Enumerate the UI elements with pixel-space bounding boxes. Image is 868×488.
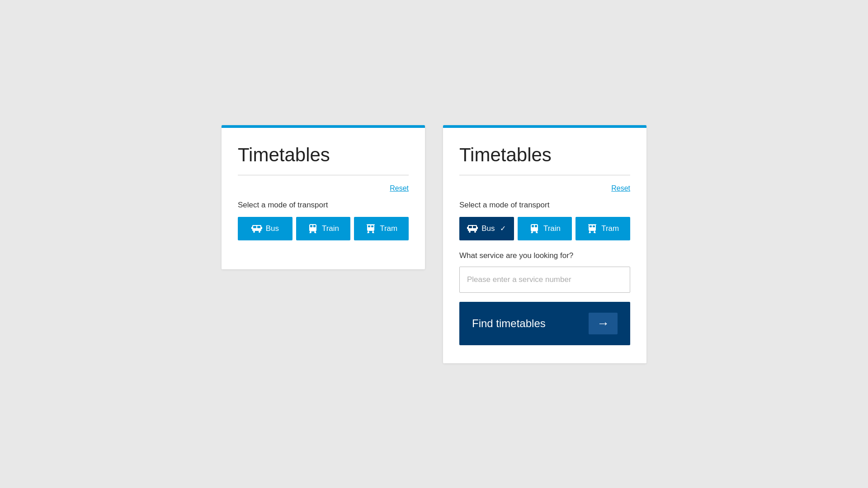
- checkmark-icon: ✓: [500, 224, 506, 233]
- bus-label: Bus: [266, 224, 279, 233]
- svg-rect-18: [368, 225, 370, 227]
- train-button-2[interactable]: Train: [518, 217, 572, 240]
- transport-buttons-2: Bus ✓: [459, 217, 630, 240]
- tram-button-2[interactable]: Tram: [576, 217, 630, 240]
- tram-icon-2: [587, 223, 598, 234]
- svg-rect-11: [313, 225, 316, 227]
- svg-rect-29: [468, 230, 477, 231]
- reset-button-2[interactable]: Reset: [611, 184, 630, 192]
- page-wrapper: Timetables Reset Select a mode of transp…: [194, 98, 674, 390]
- svg-point-31: [474, 231, 476, 233]
- train-label-2: Train: [543, 224, 561, 233]
- tram-label: Tram: [380, 224, 397, 233]
- svg-rect-35: [532, 225, 534, 227]
- svg-rect-4: [252, 230, 261, 231]
- reset-button[interactable]: Reset: [390, 184, 409, 192]
- service-question-label: What service are you looking for?: [459, 251, 630, 260]
- svg-rect-12: [309, 229, 316, 230]
- svg-rect-19: [371, 225, 373, 227]
- bus-icon-2: [467, 223, 478, 234]
- card-title-2: Timetables: [459, 144, 630, 166]
- svg-rect-3: [257, 226, 260, 228]
- reset-row-2: Reset: [459, 184, 630, 192]
- svg-rect-7: [251, 227, 253, 229]
- tram-label-2: Tram: [601, 224, 619, 233]
- tram-button[interactable]: Tram: [354, 217, 409, 240]
- train-icon: [307, 223, 318, 234]
- svg-rect-10: [310, 225, 312, 227]
- transport-label-2: Select a mode of transport: [459, 201, 630, 210]
- bus-button[interactable]: Bus: [238, 217, 292, 240]
- bus-button-2[interactable]: Bus ✓: [459, 217, 514, 240]
- service-number-input[interactable]: [459, 267, 630, 293]
- svg-rect-33: [476, 227, 478, 229]
- tram-icon: [365, 223, 376, 234]
- bus-label-2: Bus: [481, 224, 495, 233]
- arrow-icon: →: [589, 313, 618, 334]
- card-selected: Timetables Reset Select a mode of transp…: [443, 125, 646, 363]
- find-timetables-button[interactable]: Find timetables →: [459, 302, 630, 345]
- svg-rect-20: [367, 228, 374, 230]
- transport-label: Select a mode of transport: [238, 201, 409, 210]
- card-title: Timetables: [238, 144, 409, 166]
- svg-point-30: [469, 231, 471, 233]
- divider: [238, 175, 409, 175]
- card-body-2: Timetables Reset Select a mode of transp…: [443, 128, 646, 363]
- svg-rect-45: [589, 228, 596, 230]
- train-label: Train: [322, 224, 339, 233]
- svg-rect-28: [473, 226, 476, 228]
- svg-rect-44: [593, 225, 595, 227]
- train-icon-2: [529, 223, 540, 234]
- svg-rect-27: [469, 226, 472, 228]
- svg-rect-43: [590, 225, 592, 227]
- svg-point-5: [253, 231, 255, 233]
- reset-row: Reset: [238, 184, 409, 192]
- card-body: Timetables Reset Select a mode of transp…: [222, 128, 425, 269]
- svg-rect-32: [467, 227, 468, 229]
- find-timetables-label: Find timetables: [472, 317, 546, 330]
- divider-2: [459, 175, 630, 175]
- train-button[interactable]: Train: [296, 217, 351, 240]
- bus-icon: [251, 223, 262, 234]
- transport-buttons: Bus: [238, 217, 409, 240]
- svg-point-6: [259, 231, 260, 233]
- svg-rect-37: [531, 229, 538, 230]
- svg-rect-2: [253, 226, 256, 228]
- svg-rect-36: [535, 225, 537, 227]
- card-unselected: Timetables Reset Select a mode of transp…: [222, 125, 425, 269]
- svg-rect-8: [261, 227, 262, 229]
